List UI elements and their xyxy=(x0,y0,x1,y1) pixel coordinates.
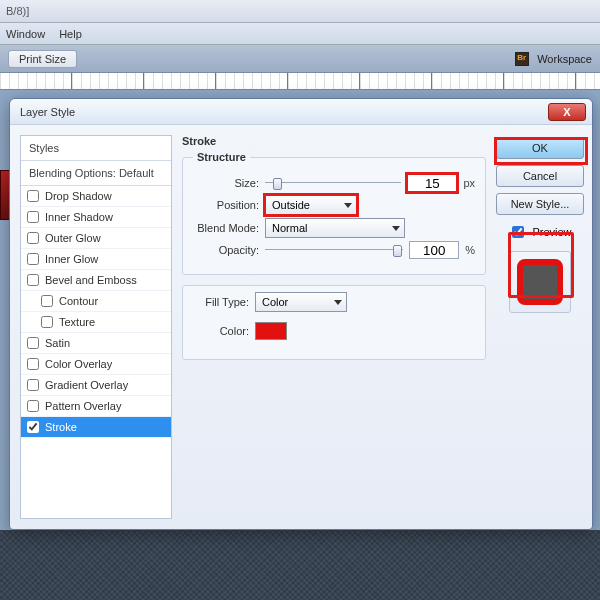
cancel-button[interactable]: Cancel xyxy=(496,165,584,187)
color-swatch[interactable] xyxy=(255,322,287,340)
horizontal-ruler xyxy=(0,73,600,90)
position-label: Position: xyxy=(193,199,259,211)
style-item-stroke[interactable]: Stroke xyxy=(21,417,171,438)
canvas-texture xyxy=(0,530,600,600)
chevron-down-icon xyxy=(334,300,342,305)
styles-list: Styles Blending Options: Default Drop Sh… xyxy=(20,135,172,519)
style-item-pattern-overlay[interactable]: Pattern Overlay xyxy=(21,396,171,417)
style-label: Outer Glow xyxy=(45,232,101,244)
style-label: Drop Shadow xyxy=(45,190,112,202)
size-input[interactable] xyxy=(407,174,457,192)
bridge-icon[interactable] xyxy=(515,52,529,66)
style-label: Contour xyxy=(59,295,98,307)
style-label: Inner Glow xyxy=(45,253,98,265)
workspace-label[interactable]: Workspace xyxy=(537,53,592,65)
stroke-panel: Stroke Structure Size: px Position: Outs… xyxy=(176,135,492,519)
style-checkbox[interactable] xyxy=(27,421,39,433)
style-checkbox[interactable] xyxy=(27,190,39,202)
opacity-slider[interactable] xyxy=(265,243,403,257)
style-checkbox[interactable] xyxy=(27,400,39,412)
style-item-satin[interactable]: Satin xyxy=(21,333,171,354)
opacity-label: Opacity: xyxy=(193,244,259,256)
style-checkbox[interactable] xyxy=(27,274,39,286)
preview-toggle[interactable]: Preview xyxy=(496,223,584,241)
dialog-title: Layer Style xyxy=(20,106,75,118)
style-checkbox[interactable] xyxy=(41,295,53,307)
options-toolbar: Print Size Workspace xyxy=(0,45,600,73)
style-item-gradient-overlay[interactable]: Gradient Overlay xyxy=(21,375,171,396)
size-label: Size: xyxy=(193,177,259,189)
blend-mode-label: Blend Mode: xyxy=(193,222,259,234)
style-item-drop-shadow[interactable]: Drop Shadow xyxy=(21,186,171,207)
style-item-color-overlay[interactable]: Color Overlay xyxy=(21,354,171,375)
size-unit: px xyxy=(463,177,475,189)
structure-fieldset: Structure Size: px Position: Outside xyxy=(182,151,486,275)
style-label: Texture xyxy=(59,316,95,328)
print-size-button[interactable]: Print Size xyxy=(8,50,77,68)
style-label: Satin xyxy=(45,337,70,349)
opacity-unit: % xyxy=(465,244,475,256)
style-label: Inner Shadow xyxy=(45,211,113,223)
size-slider[interactable] xyxy=(265,176,401,190)
blending-options-header[interactable]: Blending Options: Default xyxy=(21,161,171,186)
style-item-texture[interactable]: Texture xyxy=(21,312,171,333)
fill-fieldset: Fill Type: Color Color: xyxy=(182,285,486,360)
preview-thumbnail xyxy=(509,251,571,313)
style-checkbox[interactable] xyxy=(27,337,39,349)
style-item-inner-glow[interactable]: Inner Glow xyxy=(21,249,171,270)
structure-legend: Structure xyxy=(193,151,250,163)
style-checkbox[interactable] xyxy=(27,232,39,244)
chevron-down-icon xyxy=(392,226,400,231)
preview-swatch xyxy=(517,259,563,305)
style-checkbox[interactable] xyxy=(41,316,53,328)
dialog-titlebar[interactable]: Layer Style X xyxy=(10,99,592,125)
menu-window[interactable]: Window xyxy=(6,28,45,40)
styles-header[interactable]: Styles xyxy=(21,136,171,161)
style-label: Pattern Overlay xyxy=(45,400,121,412)
fill-type-label: Fill Type: xyxy=(193,296,249,308)
style-label: Color Overlay xyxy=(45,358,112,370)
stroke-section-title: Stroke xyxy=(182,135,488,147)
blend-mode-select[interactable]: Normal xyxy=(265,218,405,238)
fill-type-select[interactable]: Color xyxy=(255,292,347,312)
style-label: Bevel and Emboss xyxy=(45,274,137,286)
new-style-button[interactable]: New Style... xyxy=(496,193,584,215)
style-checkbox[interactable] xyxy=(27,211,39,223)
app-titlebar: B/8)] xyxy=(0,0,600,23)
style-item-contour[interactable]: Contour xyxy=(21,291,171,312)
style-item-outer-glow[interactable]: Outer Glow xyxy=(21,228,171,249)
style-item-inner-shadow[interactable]: Inner Shadow xyxy=(21,207,171,228)
style-checkbox[interactable] xyxy=(27,379,39,391)
menubar: Window Help xyxy=(0,23,600,45)
menu-help[interactable]: Help xyxy=(59,28,82,40)
ok-button[interactable]: OK xyxy=(496,137,584,159)
style-item-bevel-and-emboss[interactable]: Bevel and Emboss xyxy=(21,270,171,291)
chevron-down-icon xyxy=(344,203,352,208)
color-label: Color: xyxy=(193,325,249,337)
style-label: Stroke xyxy=(45,421,77,433)
layer-style-dialog: Layer Style X Styles Blending Options: D… xyxy=(9,98,593,530)
preview-checkbox[interactable] xyxy=(512,226,524,238)
opacity-input[interactable] xyxy=(409,241,459,259)
app-title-fragment: B/8)] xyxy=(6,5,29,17)
close-icon[interactable]: X xyxy=(548,103,586,121)
style-checkbox[interactable] xyxy=(27,358,39,370)
dialog-buttons: OK Cancel New Style... Preview xyxy=(496,135,584,519)
position-select[interactable]: Outside xyxy=(265,195,357,215)
style-label: Gradient Overlay xyxy=(45,379,128,391)
style-checkbox[interactable] xyxy=(27,253,39,265)
